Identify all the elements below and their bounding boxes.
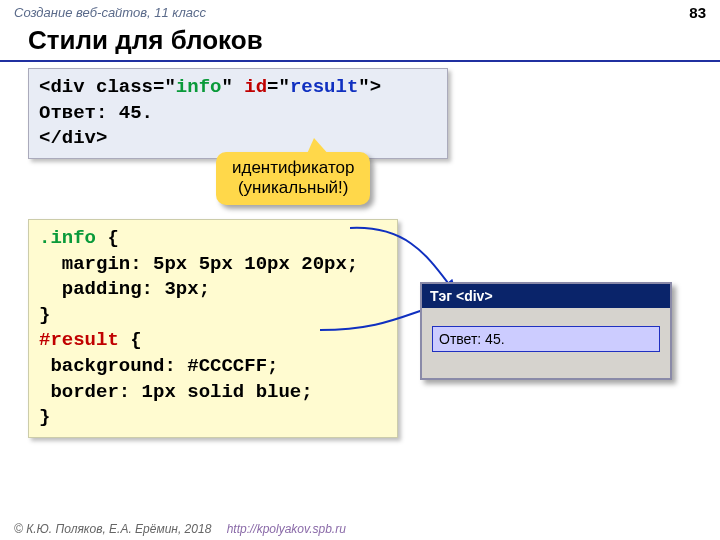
callout-line1: идентификатор	[232, 158, 354, 178]
slide-title: Стили для блоков	[0, 23, 720, 62]
footer-url: http://kpolyakov.spb.ru	[227, 522, 346, 536]
callout-line2: (уникальный!)	[232, 178, 354, 198]
html-code-box: <div class="info" id="result"> Ответ: 45…	[28, 68, 448, 159]
footer: © К.Ю. Поляков, Е.А. Ерёмин, 2018 http:/…	[14, 522, 346, 536]
callout-identifier: идентификатор (уникальный!)	[216, 152, 370, 205]
course-name: Создание веб-сайтов, 11 класс	[14, 5, 206, 20]
page-header: Создание веб-сайтов, 11 класс 83	[0, 0, 720, 23]
css-code-box: .info { margin: 5px 5px 10px 20px; paddi…	[28, 219, 398, 438]
result-box: Ответ: 45.	[432, 326, 660, 352]
page-number: 83	[689, 4, 706, 21]
preview-window: Тэг <div> Ответ: 45.	[420, 282, 672, 380]
copyright: © К.Ю. Поляков, Е.А. Ерёмин, 2018	[14, 522, 211, 536]
window-title: Тэг <div>	[422, 284, 670, 308]
